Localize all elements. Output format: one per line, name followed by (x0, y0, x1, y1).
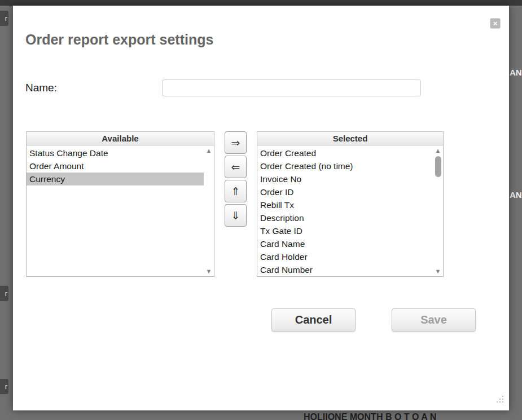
selected-header: Selected (257, 131, 444, 145)
list-item[interactable]: Card Name (257, 237, 433, 250)
selected-scrollbar[interactable]: ▲ ▼ (433, 145, 443, 276)
scroll-down-icon[interactable]: ▼ (206, 268, 212, 275)
scrollbar-thumb[interactable] (435, 156, 441, 177)
scroll-up-icon[interactable]: ▲ (206, 147, 212, 154)
list-item[interactable]: Order Created (257, 147, 433, 160)
available-header: Available (26, 131, 214, 145)
cancel-button[interactable]: Cancel (271, 308, 356, 331)
dialog-title: Order report export settings (25, 32, 213, 48)
move-down-button[interactable]: ⇓ (225, 204, 247, 227)
save-button[interactable]: Save (392, 308, 476, 331)
list-item[interactable]: Rebill Tx (257, 198, 433, 211)
selected-listbox: Selected Order CreatedOrder Created (no … (257, 131, 444, 277)
available-scrollbar[interactable]: ▲ ▼ (204, 145, 214, 276)
background-fragment (0, 0, 522, 6)
background-fragment: AN (510, 68, 522, 79)
resize-grip-icon[interactable] (495, 395, 503, 403)
list-item[interactable]: Card Number (257, 263, 433, 276)
list-item[interactable]: Order Amount (27, 160, 204, 173)
background-fragment: AN (510, 190, 522, 201)
move-up-button[interactable]: ⇑ (225, 180, 247, 202)
export-settings-dialog: × Order report export settings Name: Ava… (13, 6, 509, 410)
available-list[interactable]: Status Change DateOrder AmountCurrency (27, 145, 204, 276)
list-item[interactable]: Order Created (no time) (257, 160, 433, 173)
list-item[interactable]: Order ID (257, 185, 433, 198)
list-item[interactable]: Card Holder (257, 250, 433, 263)
list-item[interactable]: Invoice No (257, 173, 433, 185)
background-partial-button: r (0, 286, 8, 301)
background-partial-button: r (0, 379, 8, 394)
name-input[interactable] (162, 79, 421, 96)
move-buttons: ⇒ ⇐ ⇑ ⇓ (225, 131, 247, 228)
move-right-button[interactable]: ⇒ (225, 131, 247, 154)
scroll-up-icon[interactable]: ▲ (435, 147, 441, 154)
background-partial-button: r (0, 11, 8, 26)
name-label: Name: (25, 82, 57, 94)
close-icon[interactable]: × (490, 18, 501, 29)
list-item[interactable]: Currency (27, 173, 204, 185)
move-left-button[interactable]: ⇐ (225, 156, 247, 178)
list-item[interactable]: Description (257, 211, 433, 224)
list-item[interactable]: Tx Gate ID (257, 224, 433, 237)
scroll-down-icon[interactable]: ▼ (435, 268, 441, 275)
background-fragment: HOLIIONE MONTH B O T O A N (304, 412, 522, 420)
selected-list[interactable]: Order CreatedOrder Created (no time)Invo… (257, 145, 433, 276)
available-listbox: Available Status Change DateOrder Amount… (26, 131, 214, 277)
list-item[interactable]: Status Change Date (27, 147, 204, 160)
